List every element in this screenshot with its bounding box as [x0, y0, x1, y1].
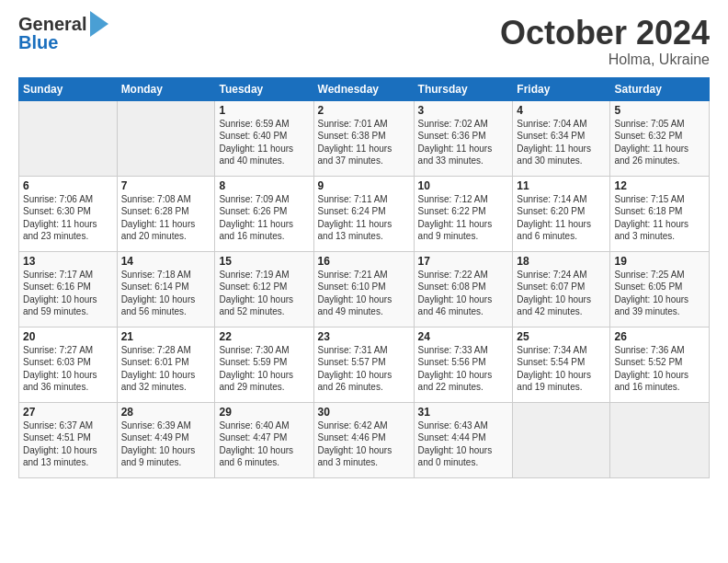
sunrise: Sunrise: 7:30 AM: [219, 345, 289, 355]
sunrise: Sunrise: 7:24 AM: [517, 270, 586, 280]
logo: General Blue: [18, 15, 108, 52]
daylight: Daylight: 10 hours and 3 minutes.: [318, 445, 392, 468]
daylight: Daylight: 10 hours and 29 minutes.: [219, 370, 293, 393]
day-number: 5: [614, 104, 705, 117]
daylight: Daylight: 11 hours and 6 minutes.: [517, 219, 591, 242]
col-thursday: Thursday: [414, 77, 513, 100]
daylight: Daylight: 10 hours and 19 minutes.: [517, 370, 591, 393]
day-info: Sunrise: 7:12 AM Sunset: 6:22 PM Dayligh…: [418, 193, 509, 243]
day-info: Sunrise: 6:59 AM Sunset: 6:40 PM Dayligh…: [219, 118, 309, 167]
daylight: Daylight: 10 hours and 36 minutes.: [23, 370, 97, 393]
daylight: Daylight: 10 hours and 56 minutes.: [121, 294, 196, 317]
sunset: Sunset: 4:46 PM: [318, 432, 386, 442]
sunset: Sunset: 5:57 PM: [318, 357, 386, 367]
col-friday: Friday: [513, 77, 610, 100]
daylight: Daylight: 10 hours and 9 minutes.: [121, 445, 196, 468]
daylight: Daylight: 10 hours and 16 minutes.: [614, 370, 688, 393]
sunset: Sunset: 4:51 PM: [23, 432, 91, 442]
day-info: Sunrise: 7:09 AM Sunset: 6:26 PM Dayligh…: [219, 193, 309, 243]
daylight: Daylight: 10 hours and 49 minutes.: [318, 294, 392, 317]
day-info: Sunrise: 7:08 AM Sunset: 6:28 PM Dayligh…: [121, 193, 211, 243]
sunrise: Sunrise: 7:06 AM: [23, 194, 93, 204]
daylight: Daylight: 11 hours and 13 minutes.: [318, 219, 392, 242]
month-title: October 2024: [500, 15, 710, 52]
daylight: Daylight: 11 hours and 9 minutes.: [418, 219, 493, 242]
daylight: Daylight: 10 hours and 6 minutes.: [219, 445, 293, 468]
daylight: Daylight: 10 hours and 59 minutes.: [23, 294, 97, 317]
day-number: 31: [418, 406, 509, 419]
header: General Blue October 2024 Holma, Ukraine: [18, 15, 710, 68]
day-info: Sunrise: 7:28 AM Sunset: 6:01 PM Dayligh…: [121, 344, 211, 394]
sunrise: Sunrise: 7:36 AM: [614, 345, 684, 355]
day-info: Sunrise: 7:24 AM Sunset: 6:07 PM Dayligh…: [517, 269, 606, 318]
sunrise: Sunrise: 6:43 AM: [418, 420, 488, 431]
sunset: Sunset: 6:32 PM: [614, 131, 682, 141]
day-info: Sunrise: 6:39 AM Sunset: 4:49 PM Dayligh…: [121, 419, 211, 469]
title-section: October 2024 Holma, Ukraine: [500, 15, 710, 68]
calendar-cell: 19 Sunrise: 7:25 AM Sunset: 6:05 PM Dayl…: [610, 251, 710, 327]
sunrise: Sunrise: 7:08 AM: [121, 194, 191, 204]
sunset: Sunset: 4:47 PM: [219, 432, 287, 442]
daylight: Daylight: 11 hours and 23 minutes.: [23, 219, 97, 242]
day-number: 26: [614, 330, 705, 343]
sunset: Sunset: 6:12 PM: [219, 282, 287, 292]
sunrise: Sunrise: 7:14 AM: [517, 194, 586, 204]
daylight: Daylight: 10 hours and 46 minutes.: [418, 294, 493, 317]
sunrise: Sunrise: 7:27 AM: [23, 345, 93, 355]
day-number: 22: [219, 330, 309, 343]
day-number: 6: [23, 179, 113, 192]
daylight: Daylight: 10 hours and 39 minutes.: [614, 294, 688, 317]
calendar-cell: 17 Sunrise: 7:22 AM Sunset: 6:08 PM Dayl…: [414, 251, 513, 327]
day-info: Sunrise: 7:06 AM Sunset: 6:30 PM Dayligh…: [23, 193, 113, 243]
day-info: Sunrise: 7:04 AM Sunset: 6:34 PM Dayligh…: [517, 118, 606, 167]
day-number: 18: [517, 255, 606, 268]
day-info: Sunrise: 7:14 AM Sunset: 6:20 PM Dayligh…: [517, 193, 606, 243]
sunrise: Sunrise: 7:18 AM: [121, 270, 191, 280]
col-saturday: Saturday: [610, 77, 710, 100]
col-monday: Monday: [117, 77, 215, 100]
sunset: Sunset: 6:18 PM: [614, 206, 682, 216]
col-tuesday: Tuesday: [215, 77, 313, 100]
calendar-week-3: 13 Sunrise: 7:17 AM Sunset: 6:16 PM Dayl…: [19, 251, 710, 327]
day-number: 12: [614, 179, 705, 192]
col-wednesday: Wednesday: [313, 77, 414, 100]
sunrise: Sunrise: 7:02 AM: [418, 119, 488, 129]
calendar-cell: 7 Sunrise: 7:08 AM Sunset: 6:28 PM Dayli…: [117, 176, 215, 251]
day-info: Sunrise: 7:18 AM Sunset: 6:14 PM Dayligh…: [121, 269, 211, 318]
day-info: Sunrise: 7:34 AM Sunset: 5:54 PM Dayligh…: [517, 344, 606, 394]
calendar-cell: 23 Sunrise: 7:31 AM Sunset: 5:57 PM Dayl…: [313, 327, 414, 402]
sunrise: Sunrise: 7:33 AM: [418, 345, 488, 355]
page: General Blue October 2024 Holma, Ukraine…: [0, 0, 728, 563]
sunset: Sunset: 6:07 PM: [517, 282, 585, 292]
calendar-cell: [19, 100, 118, 176]
calendar-cell: 27 Sunrise: 6:37 AM Sunset: 4:51 PM Dayl…: [19, 402, 118, 477]
day-number: 17: [418, 255, 509, 268]
daylight: Daylight: 10 hours and 22 minutes.: [418, 370, 493, 393]
sunrise: Sunrise: 7:11 AM: [318, 194, 388, 204]
day-number: 7: [121, 179, 211, 192]
sunset: Sunset: 6:34 PM: [517, 131, 585, 141]
sunrise: Sunrise: 7:31 AM: [318, 345, 388, 355]
sunset: Sunset: 5:59 PM: [219, 357, 287, 367]
calendar-cell: 29 Sunrise: 6:40 AM Sunset: 4:47 PM Dayl…: [215, 402, 313, 477]
day-info: Sunrise: 7:02 AM Sunset: 6:36 PM Dayligh…: [418, 118, 509, 167]
day-info: Sunrise: 6:40 AM Sunset: 4:47 PM Dayligh…: [219, 419, 309, 469]
sunrise: Sunrise: 6:39 AM: [121, 420, 191, 431]
sunset: Sunset: 6:30 PM: [23, 206, 91, 216]
calendar-cell: 3 Sunrise: 7:02 AM Sunset: 6:36 PM Dayli…: [414, 100, 513, 176]
calendar-cell: 18 Sunrise: 7:24 AM Sunset: 6:07 PM Dayl…: [513, 251, 610, 327]
sunrise: Sunrise: 7:05 AM: [614, 119, 684, 129]
sunrise: Sunrise: 7:01 AM: [318, 119, 388, 129]
calendar-header-row: Sunday Monday Tuesday Wednesday Thursday…: [19, 77, 710, 100]
day-number: 27: [23, 406, 113, 419]
sunrise: Sunrise: 7:21 AM: [318, 270, 388, 280]
day-number: 19: [614, 255, 705, 268]
sunrise: Sunrise: 7:15 AM: [614, 194, 684, 204]
calendar-cell: 6 Sunrise: 7:06 AM Sunset: 6:30 PM Dayli…: [19, 176, 118, 251]
sunset: Sunset: 6:28 PM: [121, 206, 189, 216]
day-info: Sunrise: 7:01 AM Sunset: 6:38 PM Dayligh…: [318, 118, 410, 167]
day-number: 16: [318, 255, 410, 268]
calendar-cell: 13 Sunrise: 7:17 AM Sunset: 6:16 PM Dayl…: [19, 251, 118, 327]
daylight: Daylight: 10 hours and 26 minutes.: [318, 370, 392, 393]
day-info: Sunrise: 7:11 AM Sunset: 6:24 PM Dayligh…: [318, 193, 410, 243]
